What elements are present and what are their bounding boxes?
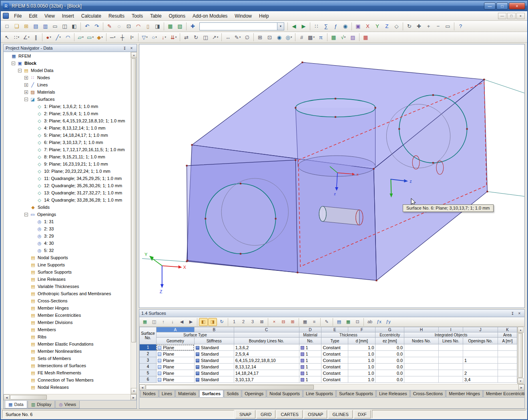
- row-header[interactable]: 5: [140, 370, 157, 376]
- tree-item-6-plane-3-10-13-7-1-1-0-mm[interactable]: ◇6: Plane; 3,10,13,7; 1; 1.0 mm: [4, 139, 130, 146]
- column-letter-F[interactable]: F: [348, 327, 375, 332]
- row-up-button[interactable]: ↑: [159, 318, 168, 326]
- table-cell[interactable]: [498, 364, 517, 370]
- status-toggle-grid[interactable]: GRID: [257, 410, 276, 418]
- tree-item-2-plane-2-5-9-4-1-1-0-mm[interactable]: ◇2: Plane; 2,5,9,4; 1; 1.0 mm: [4, 110, 130, 117]
- scrollbar-thumb[interactable]: [10, 395, 47, 400]
- filter-rows-button[interactable]: ⊠: [257, 318, 266, 326]
- goto-2-button[interactable]: 2: [239, 318, 248, 326]
- table-tab-materials[interactable]: Materials: [175, 390, 199, 398]
- table-tab-line-releases[interactable]: Line Releases: [376, 390, 410, 398]
- new-arc-button[interactable]: ◠: [63, 33, 72, 42]
- tree-item-nodes[interactable]: +∷Nodes: [4, 74, 130, 81]
- new-solid-button[interactable]: ◆▾: [95, 33, 104, 42]
- table-cell[interactable]: Constant: [321, 351, 348, 357]
- table-cell[interactable]: 1: [299, 376, 321, 383]
- tree-item-materials[interactable]: +▨Materials: [4, 88, 130, 96]
- table-cell[interactable]: [498, 344, 517, 351]
- table-cell[interactable]: [498, 357, 517, 364]
- color-scale-button[interactable]: ▦: [361, 33, 370, 42]
- tree-item-fe-mesh-refinements[interactable]: ▤FE Mesh Refinements: [4, 369, 130, 376]
- new-line-button[interactable]: ╱▾: [54, 33, 63, 42]
- column-letter-G[interactable]: G: [375, 327, 404, 332]
- status-toggle-osnap[interactable]: OSNAP: [304, 410, 327, 418]
- row-header[interactable]: 3: [140, 357, 157, 364]
- new-file-button[interactable]: □: [2, 22, 12, 31]
- hinge-button[interactable]: ○▾: [150, 33, 159, 42]
- table-panel-header[interactable]: 1.4 Surfaces ↧ ×: [139, 310, 524, 317]
- status-toggle-glines[interactable]: GLINES: [328, 410, 352, 418]
- scrollbar-thumb[interactable]: [518, 333, 523, 378]
- isometric-view-button[interactable]: ◇: [392, 22, 401, 31]
- menu-file[interactable]: File: [10, 12, 25, 20]
- tree-item-member-elastic-foundations[interactable]: ▤Member Elastic Foundations: [4, 340, 130, 348]
- nodal-load-button[interactable]: ↓▾: [159, 33, 169, 42]
- navigator-vertical-scrollbar[interactable]: ▲ ▼: [130, 52, 137, 394]
- table-cell[interactable]: Standard: [194, 351, 234, 357]
- close-icon[interactable]: ×: [516, 310, 522, 316]
- column-letter-C[interactable]: C: [234, 327, 299, 332]
- find-button[interactable]: ◌: [114, 22, 124, 31]
- tree-item-11-quadrangle-34-25-29-25-1-1-0-mm[interactable]: ◇11: Quadrangle; 34,25,29,25; 1; 1.0 mm: [4, 175, 130, 182]
- measure-button[interactable]: ∅: [243, 33, 252, 42]
- col-left-button[interactable]: ◀: [177, 318, 186, 326]
- table-tab-surface-supports[interactable]: Surface Supports: [336, 390, 376, 398]
- menu-results[interactable]: Results: [105, 12, 128, 20]
- select-all-button[interactable]: ⊞: [255, 33, 265, 42]
- menu-insert[interactable]: Insert: [58, 12, 78, 20]
- show-numbering-button[interactable]: #: [297, 33, 306, 42]
- user-view-button[interactable]: ◎▾: [284, 33, 293, 42]
- tree-item-1-plane-1-3-6-2-1-1-0-mm[interactable]: ◇1: Plane; 1,3,6,2; 1; 1.0 mm: [4, 103, 130, 110]
- table-cell[interactable]: 0.0: [375, 364, 404, 370]
- table-cell[interactable]: 1: [463, 357, 498, 364]
- tree-item-member-hinges[interactable]: ▤Member Hinges: [4, 304, 130, 312]
- scrollbar-thumb[interactable]: [131, 58, 136, 342]
- table-cell[interactable]: [439, 364, 463, 370]
- table-cell[interactable]: 0.0: [375, 376, 404, 383]
- edit-cell-button[interactable]: ✎: [322, 318, 331, 326]
- new-surface-button[interactable]: ▱▾: [76, 33, 85, 42]
- guidelines-button[interactable]: ∥: [31, 33, 40, 42]
- status-toggle-snap[interactable]: SNAP: [235, 410, 255, 418]
- scroll-left-icon[interactable]: ◀: [4, 394, 10, 400]
- table-tab-solids[interactable]: Solids: [224, 390, 241, 398]
- tree-item-sets-of-members[interactable]: ▤Sets of Members: [4, 355, 130, 362]
- tree-item-intersections-of-surfaces[interactable]: ▤Intersections of Surfaces: [4, 362, 130, 369]
- table-cell[interactable]: [498, 370, 517, 376]
- project-button[interactable]: ↗▾: [211, 33, 220, 42]
- scroll-right-icon[interactable]: ▶: [518, 384, 524, 390]
- rotate-view-button[interactable]: ↻: [405, 22, 414, 31]
- close-button[interactable]: ×: [509, 2, 525, 10]
- table-cell[interactable]: Standard: [194, 357, 234, 364]
- mdi-restore-button[interactable]: □: [507, 13, 516, 19]
- table-cell[interactable]: 1.0: [348, 364, 375, 370]
- table-cell[interactable]: Plane: [156, 370, 194, 376]
- insert-row-button[interactable]: ⊟: [279, 318, 288, 326]
- model-check-button[interactable]: √▾: [339, 33, 348, 42]
- clipboard-button[interactable]: ▯: [143, 22, 153, 31]
- freeze-columns-button[interactable]: ◫: [150, 318, 159, 326]
- menu-tools[interactable]: Tools: [128, 12, 147, 20]
- zoom-out-button[interactable]: −: [434, 22, 443, 31]
- navigator-tab-data[interactable]: ▦Data: [5, 401, 27, 408]
- tree-item-ribs[interactable]: ▤Ribs: [4, 333, 130, 340]
- move-copy-button[interactable]: ⇄: [182, 33, 191, 42]
- calculate-button[interactable]: ✚: [188, 22, 197, 31]
- table-cell[interactable]: 1.0: [348, 376, 375, 383]
- menu-add-on-modules[interactable]: Add-on Modules: [189, 12, 231, 20]
- view-y-button[interactable]: Y: [373, 22, 382, 31]
- menu-view[interactable]: View: [41, 12, 58, 20]
- table-tab-lines[interactable]: Lines: [159, 390, 175, 398]
- tree-item-member-eccentricities[interactable]: ▤Member Eccentricities: [4, 312, 130, 319]
- save-button[interactable]: ▤: [31, 22, 40, 31]
- table-cell[interactable]: [439, 370, 463, 376]
- tree-item-3-plane-6-4-15-19-22-18-8-10-1-1-0-mm[interactable]: ◇3: Plane; 6,4,15,19,22,18,8,10; 1; 1.0 …: [4, 117, 130, 124]
- scroll-up-icon[interactable]: ▲: [131, 52, 137, 58]
- table-vertical-scrollbar[interactable]: ▲ ▼: [517, 327, 523, 384]
- table-cell[interactable]: Constant: [321, 370, 348, 376]
- snap-arc-button[interactable]: ◠: [134, 22, 143, 31]
- tree-item-13-quadrangle-31-27-32-27-1-1-0-mm[interactable]: ◇13: Quadrangle; 31,27,32,27; 1; 1.0 mm: [4, 189, 130, 196]
- member-division-button[interactable]: ┼: [118, 33, 127, 42]
- tree-item-2-33[interactable]: ◎2: 33: [4, 225, 130, 232]
- table-tab-member-hinges[interactable]: Member Hinges: [446, 390, 483, 398]
